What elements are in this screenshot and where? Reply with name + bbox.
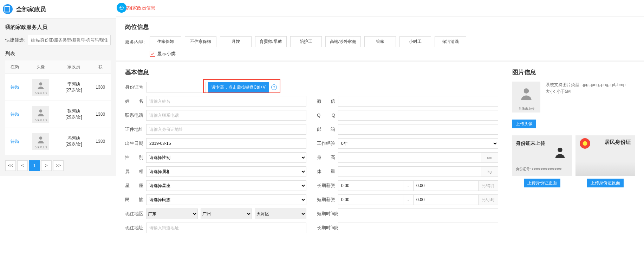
type-hint: 系统支持图片类型: .jpg,.jpeg,.png,.gif,.bmp [546, 82, 625, 88]
page-first[interactable]: << [5, 160, 16, 171]
idaddr-input[interactable] [146, 124, 306, 135]
service-chip[interactable]: 管家 [364, 36, 396, 47]
service-chip[interactable]: 小时工 [399, 36, 431, 47]
page-prev[interactable]: < [17, 160, 28, 171]
upload-id-front-button[interactable]: 上传身份证正面 [524, 179, 560, 187]
label-height: 身 高 [317, 154, 338, 161]
table-row[interactable]: 待岗 头像未上传 冯阿姨[29岁/女] 1380 [5, 128, 111, 155]
close-button[interactable] [117, 3, 126, 13]
dob-input[interactable] [146, 138, 306, 149]
service-chip[interactable]: 陪护工 [290, 36, 322, 47]
city-select[interactable]: 广州 [201, 209, 252, 219]
avatar-thumb: 头像未上传 [32, 79, 49, 96]
phone-input[interactable] [146, 110, 306, 121]
filter-label: 快捷筛选: [5, 37, 25, 43]
name-cell: 冯阿姨[29岁/女] [59, 135, 89, 147]
id-back-card: 居民身份证 上传身份证反面 [575, 135, 635, 187]
name-cell: 李阿姨[27岁/女] [59, 81, 89, 93]
label-region: 现住地区 [125, 211, 146, 217]
service-label: 服务内容: [125, 36, 150, 45]
label-long-time: 长期时间段 [317, 225, 338, 231]
service-chip[interactable]: 住家保姆 [150, 36, 181, 47]
label-dob: 出生日期 [125, 140, 146, 147]
service-chip[interactable]: 高端/涉外家佣 [325, 36, 361, 47]
help-icon[interactable]: ? [271, 84, 277, 90]
label-email: 邮 箱 [317, 126, 338, 133]
upload-id-back-button[interactable]: 上传身份证反面 [587, 179, 624, 187]
col-status: 在岗 [5, 60, 24, 74]
id-row: 身份证号 读卡器，点击后按键盘Ctrl+V ? [125, 82, 498, 93]
qq-input[interactable] [338, 110, 498, 121]
col-phone: 联 [90, 60, 111, 74]
page-title: 全部家政员 [16, 5, 46, 13]
exp-select[interactable]: 0年 [338, 138, 498, 149]
name-input[interactable] [146, 96, 306, 107]
prov-select[interactable]: 广东 [146, 209, 198, 219]
label-zodiac: 属 相 [125, 168, 146, 175]
table-row[interactable]: 待岗 头像未上传 张阿姨[29岁/女] 1380 [5, 101, 111, 128]
long-salary-a[interactable] [338, 180, 403, 191]
service-chip[interactable]: 保洁清洗 [435, 36, 466, 47]
height-input[interactable] [338, 152, 481, 163]
filter-row: 快捷筛选: [5, 35, 111, 45]
page-last[interactable]: >> [53, 160, 64, 171]
left-header: 全部家政员 [0, 0, 116, 19]
label-long-salary: 长期薪资 [317, 182, 338, 189]
show-sub-checkbox[interactable] [150, 51, 155, 57]
phone-cell: 1380 [90, 128, 111, 155]
service-row: 服务内容: 住家保姆不住家保姆月嫂育婴师/早教陪护工高端/涉外家佣管家小时工保洁… [125, 36, 635, 47]
phone-cell: 1380 [90, 74, 111, 101]
right-panel: 编辑家政员信息 岗位信息 服务内容: 住家保姆不住家保姆月嫂育婴师/早教陪护工高… [116, 0, 644, 263]
id-input[interactable] [146, 82, 206, 92]
long-salary-b[interactable] [413, 180, 479, 191]
gender-select[interactable]: 请选择性别 [146, 152, 306, 163]
label-ethnic: 民 族 [125, 197, 146, 203]
avatar-preview-text: 头像未上传 [512, 107, 540, 111]
service-chip[interactable]: 育婴师/早教 [255, 36, 287, 47]
emblem-icon [580, 138, 590, 149]
weight-input[interactable] [338, 166, 481, 177]
status-link[interactable]: 待岗 [11, 139, 19, 144]
label-short-time: 短期时间段 [317, 211, 338, 217]
addr-input[interactable] [146, 223, 306, 233]
star-select[interactable]: 请选择星座 [146, 180, 306, 191]
ethnic-select[interactable]: 请选择民族 [146, 194, 306, 205]
pagination: << < 1 > >> [5, 160, 111, 171]
label-wechat: 微 信 [317, 98, 338, 104]
col-avatar: 头像 [24, 60, 57, 74]
filter-input[interactable] [28, 35, 111, 45]
card-reader-button[interactable]: 读卡器，点击后按键盘Ctrl+V [208, 82, 269, 92]
status-link[interactable]: 待岗 [11, 85, 19, 90]
label-name: 姓 名 [125, 98, 146, 104]
service-chip[interactable]: 月嫂 [220, 36, 252, 47]
zodiac-select[interactable]: 请选择属相 [146, 166, 306, 177]
list-label: 列表 [5, 51, 111, 57]
wechat-input[interactable] [338, 96, 498, 107]
service-chips: 住家保姆不住家保姆月嫂育婴师/早教陪护工高端/涉外家佣管家小时工保洁清洗 [150, 36, 466, 47]
table-row[interactable]: 待岗 头像未上传 李阿姨[27岁/女] 1380 [5, 74, 111, 101]
phone-cell: 1380 [90, 101, 111, 128]
worker-table: 在岗 头像 家政员 联 待岗 头像未上传 李阿姨[27岁/女] 1380 待岗 … [5, 60, 111, 155]
col-name: 家政员 [57, 60, 90, 74]
id-num-label: 身份证号: xxxxxxxxxxxxxxxxx [516, 167, 562, 172]
status-link[interactable]: 待岗 [11, 112, 19, 117]
upload-avatar-button[interactable]: 上传头像 [512, 120, 536, 128]
book-icon [3, 4, 13, 14]
page-1[interactable]: 1 [29, 160, 40, 171]
short-time-input[interactable] [338, 209, 498, 219]
wall-decoration [575, 162, 635, 176]
sep2: - [403, 194, 413, 205]
show-sub-row: 显示小类 [150, 51, 635, 57]
page-next[interactable]: > [41, 160, 52, 171]
label-gender: 性 别 [125, 154, 146, 161]
image-info: 系统支持图片类型: .jpg,.jpeg,.png,.gif,.bmp 大小: … [546, 82, 625, 95]
image-section-title: 图片信息 [512, 68, 635, 76]
label-qq: Q Q [317, 112, 338, 118]
dist-select[interactable]: 天河区 [255, 209, 306, 219]
email-input[interactable] [338, 124, 498, 135]
id-front-card: 身份证未上传 身份证号: xxxxxxxxxxxxxxxxx 上传身份证正面 [512, 135, 572, 187]
short-salary-a[interactable] [338, 194, 403, 205]
service-chip[interactable]: 不住家保姆 [185, 36, 216, 47]
short-salary-b[interactable] [413, 194, 479, 205]
long-time-input[interactable] [338, 223, 498, 233]
